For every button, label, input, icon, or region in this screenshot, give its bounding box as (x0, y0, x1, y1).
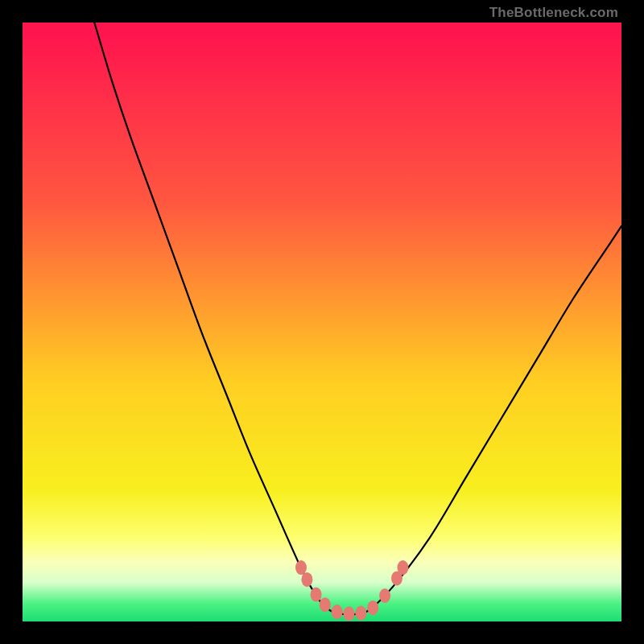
marker-dot (332, 605, 343, 619)
marker-dot (397, 560, 408, 575)
marker-dot (355, 606, 366, 621)
marker-dot (320, 597, 331, 612)
bottleneck-curve-path (94, 23, 621, 614)
marker-dot (367, 601, 378, 615)
chart-frame: TheBottleneck.com (0, 0, 644, 644)
marker-dot (379, 588, 390, 603)
marker-dot (295, 560, 307, 575)
marker-dot (343, 606, 354, 621)
marker-dot (311, 588, 322, 602)
marker-group (295, 560, 408, 621)
curve-svg (23, 23, 621, 621)
marker-dot (301, 572, 312, 587)
watermark-text: TheBottleneck.com (489, 5, 618, 21)
